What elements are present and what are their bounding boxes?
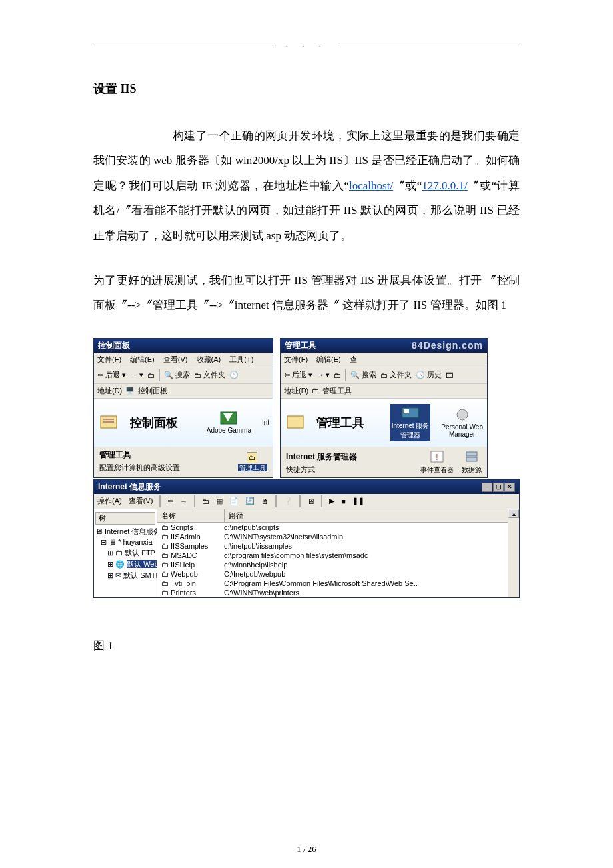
menu-view[interactable]: 查看(V) <box>129 496 153 506</box>
folder-tools-icon: 🗀 <box>247 452 257 463</box>
separator <box>299 495 301 507</box>
table-row[interactable]: 🗀 Scriptsc:\inetpub\scripts <box>157 523 519 532</box>
table-row[interactable]: 🗀 MSADCc:\program files\common files\sys… <box>157 551 519 560</box>
figure-1: 控制面板 文件(F) 编辑(E) 查看(V) 收藏(A) 工具(T) ⇦ 后退 … <box>93 338 520 598</box>
mgmt-tools-item[interactable]: 🗀 管理工具 <box>238 452 267 473</box>
tree-root[interactable]: 🖥 Internet 信息服务 <box>95 526 155 537</box>
menu-edit[interactable]: 编辑(E) <box>316 355 341 363</box>
mmc-toolbar: 操作(A) 查看(V) ⇦ → 🗀 ▦ 📄 🔄 🗎 ❔ 🖥 ▶ ■ ❚❚ <box>94 494 519 509</box>
up-icon[interactable]: 🗀 <box>202 497 209 505</box>
separator <box>321 495 322 507</box>
search-button[interactable]: 🔍搜索 <box>164 370 190 380</box>
forward-button[interactable]: → ▾ <box>316 371 330 379</box>
table-row[interactable]: 🗀 IISSamplesc:\inetpub\iissamples <box>157 541 519 551</box>
address-label: 地址(D) <box>97 386 122 396</box>
folder-icon: 🗀 <box>161 542 169 550</box>
col-path[interactable]: 路径 <box>225 509 519 522</box>
menu-fav[interactable]: 收藏(A) <box>197 355 221 363</box>
svg-text:!: ! <box>436 453 438 462</box>
menu-file[interactable]: 文件(F) <box>284 355 308 363</box>
personal-web-manager-item[interactable]: Personal WebManager <box>441 407 483 438</box>
close-button[interactable]: ✕ <box>504 483 515 492</box>
menu-edit[interactable]: 编辑(E) <box>130 355 155 363</box>
control-panel-big-icon <box>98 412 119 433</box>
table-row[interactable]: 🗀 IISAdminC:\WINNT\system32\inetsrv\iisa… <box>157 532 519 541</box>
iis-mmc-window: Internet 信息服务 _▢✕ 操作(A) 查看(V) ⇦ → 🗀 ▦ 📄 … <box>93 479 520 598</box>
folder-icon: 🗀 <box>161 533 169 541</box>
address-label: 地址(D) <box>284 386 308 396</box>
page-heading: 设置 IIS <box>93 81 520 97</box>
history-button[interactable]: 🕓历史 <box>416 370 442 380</box>
refresh-icon[interactable]: 🔄 <box>245 497 255 505</box>
history-button[interactable]: 🕓 <box>229 371 239 379</box>
minimize-button[interactable]: _ <box>482 483 492 492</box>
export-icon[interactable]: 🗎 <box>261 497 269 505</box>
svg-rect-7 <box>404 409 409 413</box>
address-bar: 地址(D) 🗀 管理工具 <box>281 384 487 399</box>
back-button[interactable]: ⇦ 后退 ▾ <box>284 370 312 380</box>
toolbar: ⇦ 后退 ▾ → ▾ 🗀 🔍搜索 🗀文件夹 🕓 <box>94 367 273 384</box>
link-127[interactable]: 127.0.0.1/ <box>422 179 467 192</box>
paragraph-1: 构建了一个正确的网页开发环境，实际上这里最重要的是我们要确定我们安装的 web … <box>93 123 520 248</box>
iis-manager-label: Internet 服务管理器 <box>286 451 357 463</box>
help-icon[interactable]: ❔ <box>283 497 293 505</box>
item-description: 管理工具 配置您计算机的高级设置 🗀 管理工具 <box>94 447 273 475</box>
window-title: 控制面板 <box>98 340 130 351</box>
iis-manager-item[interactable]: Internet 服务管理器 <box>390 404 431 441</box>
tree-header: 树 <box>95 512 155 525</box>
menu-view[interactable]: 查 <box>350 355 357 363</box>
menubar: 文件(F) 编辑(E) 查看(V) 收藏(A) 工具(T) <box>94 353 273 367</box>
mgmt-tools-label: 管理工具 <box>99 449 180 461</box>
menu-file[interactable]: 文件(F) <box>97 355 121 363</box>
tree-pane: 树 🖥 Internet 信息服务 ⊟ 🖥 * huyanxia ⊞ 🗀 默认 … <box>94 509 157 597</box>
menu-action[interactable]: 操作(A) <box>97 496 122 506</box>
link-localhost[interactable]: localhost/ <box>349 179 393 192</box>
tree-web-site[interactable]: ⊞ 🌐 默认 Web 站点 <box>95 559 155 570</box>
svg-rect-5 <box>287 416 303 428</box>
window-controls: _▢✕ <box>481 481 515 492</box>
page-number: 1 / 26 <box>0 844 613 855</box>
properties-icon[interactable]: 📄 <box>229 497 239 505</box>
folders-button[interactable]: 🗀文件夹 <box>380 370 412 380</box>
back-icon[interactable]: ⇦ <box>167 497 173 505</box>
show-hide-icon[interactable]: ▦ <box>216 497 223 505</box>
menu-view[interactable]: 查看(V) <box>163 355 188 363</box>
address-bar: 地址(D) 🖥️ 控制面板 <box>94 384 273 399</box>
folders-button[interactable]: 🗀文件夹 <box>194 370 225 380</box>
up-button[interactable]: 🗀 <box>147 371 155 379</box>
admin-tools-big-icon <box>285 412 306 433</box>
tree-host[interactable]: ⊟ 🖥 * huyanxia <box>95 537 155 547</box>
play-icon[interactable]: ▶ <box>329 497 334 505</box>
maximize-button[interactable]: ▢ <box>493 483 504 492</box>
search-button[interactable]: 🔍搜索 <box>350 370 376 380</box>
up-button[interactable]: 🗀 <box>334 371 341 379</box>
svg-rect-2 <box>103 421 114 423</box>
back-button[interactable]: ⇦ 后退 ▾ <box>97 370 126 380</box>
separator <box>159 369 160 381</box>
svg-point-8 <box>457 409 468 420</box>
stop-icon[interactable]: ■ <box>341 497 346 505</box>
separator <box>194 495 195 507</box>
extra-button[interactable]: 🗔 <box>446 371 453 379</box>
forward-button[interactable]: → ▾ <box>130 371 143 379</box>
table-row[interactable]: 🗀 PrintersC:\WINNT\web\printers <box>157 588 519 597</box>
col-name[interactable]: 名称 <box>157 509 225 522</box>
adobe-gamma-icon[interactable]: Adobe Gamma <box>207 411 251 434</box>
internet-options-icon[interactable]: Int <box>262 419 269 426</box>
table-row[interactable]: 🗀 _vti_binC:\Program Files\Common Files\… <box>157 579 519 588</box>
admin-tools-window: 管理工具 84Design.com 文件(F) 编辑(E) 查 ⇦ 后退 ▾ →… <box>280 338 488 478</box>
tree-smtp[interactable]: ⊞ ✉ 默认 SMTP 虚拟服务器 <box>95 570 155 581</box>
table-row[interactable]: 🗀 IISHelpc:\winnt\help\iishelp <box>157 560 519 569</box>
svg-rect-11 <box>466 452 477 456</box>
computer-icon[interactable]: 🖥 <box>307 497 314 505</box>
tree-ftp-site[interactable]: ⊞ 🗀 默认 FTP 站点 <box>95 547 155 559</box>
list-header: 名称 路径 <box>157 509 519 523</box>
menu-tools[interactable]: 工具(T) <box>229 355 253 363</box>
scrollbar[interactable] <box>508 509 519 597</box>
forward-icon[interactable]: → <box>180 497 187 505</box>
event-viewer-item[interactable]: ! 事件查看器 <box>420 449 454 475</box>
banner: 控制面板 Adobe Gamma Int <box>94 399 273 447</box>
table-row[interactable]: 🗀 WebpubC:\Inetpub\webpub <box>157 569 519 579</box>
data-sources-item[interactable]: 数据源 <box>462 449 482 475</box>
pause-icon[interactable]: ❚❚ <box>352 497 364 505</box>
